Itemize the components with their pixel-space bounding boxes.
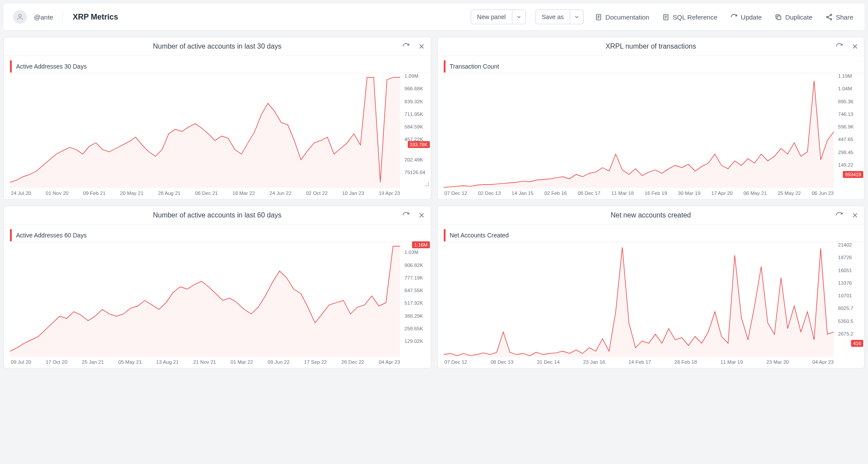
chart-panel: Net new accounts created Net Accounts Cr… bbox=[437, 206, 865, 369]
series-legend: Active Addresses 60 Days bbox=[10, 229, 431, 241]
resize-handle[interactable] bbox=[425, 182, 429, 186]
duplicate-label: Duplicate bbox=[785, 13, 812, 21]
close-icon bbox=[851, 211, 859, 219]
documentation-label: Documentation bbox=[605, 13, 649, 21]
close-icon bbox=[418, 43, 426, 50]
refresh-panel-button[interactable] bbox=[402, 211, 410, 219]
refresh-icon bbox=[835, 211, 843, 219]
sql-reference-label: SQL Reference bbox=[673, 13, 717, 21]
panel-title: Number of active accounts in last 30 day… bbox=[153, 43, 281, 50]
panel-header: Number of active accounts in last 60 day… bbox=[4, 206, 431, 225]
svg-rect-3 bbox=[777, 16, 781, 20]
current-value-badge: 416 bbox=[851, 340, 863, 347]
chart-area[interactable]: 1.09M966.68K839.32K711.95K584.59K457.22K… bbox=[4, 72, 431, 188]
share-icon bbox=[825, 13, 833, 21]
close-icon bbox=[851, 43, 859, 50]
divider bbox=[63, 11, 63, 23]
panel-title: Number of active accounts in last 60 day… bbox=[153, 211, 281, 219]
current-value-badge: 993419 bbox=[843, 171, 863, 178]
x-axis-ticks: 07 Dec 1202 Dec 1314 Jan 1502 Feb 1608 D… bbox=[438, 188, 865, 199]
new-panel-button[interactable]: New panel bbox=[471, 10, 512, 24]
refresh-icon bbox=[730, 13, 738, 21]
panels-grid: Number of active accounts in last 30 day… bbox=[0, 31, 868, 372]
update-label: Update bbox=[741, 13, 762, 21]
refresh-panel-button[interactable] bbox=[835, 43, 843, 50]
series-legend: Net Accounts Created bbox=[444, 229, 865, 241]
chart-area[interactable]: 1.19M1.04M895.36746.13596.9K447.65298.45… bbox=[438, 72, 865, 188]
header-actions: New panel Save as Documentation SQL Refe… bbox=[471, 10, 855, 24]
close-panel-button[interactable] bbox=[851, 211, 859, 219]
share-button[interactable]: Share bbox=[824, 11, 855, 23]
y-axis-ticks: 1.09M966.68K839.32K711.95K584.59K457.22K… bbox=[402, 72, 431, 176]
duplicate-icon bbox=[775, 13, 782, 21]
current-value-badge: 1.16M bbox=[412, 241, 430, 248]
y-axis-ticks: 21402187261605113376107018025.75350.5267… bbox=[835, 241, 864, 345]
refresh-panel-button[interactable] bbox=[402, 43, 410, 50]
panel-title: XRPL number of transactions bbox=[606, 43, 696, 50]
chevron-down-icon bbox=[517, 15, 521, 19]
chart-panel: Number of active accounts in last 30 day… bbox=[3, 37, 431, 200]
sql-reference-link[interactable]: SQL Reference bbox=[660, 11, 719, 23]
x-axis-ticks: 07 Dec 1208 Dec 1331 Dec 1423 Jan 1614 F… bbox=[438, 357, 865, 368]
documentation-link[interactable]: Documentation bbox=[593, 11, 651, 23]
update-button[interactable]: Update bbox=[729, 11, 763, 23]
x-axis-ticks: 24 Jul 2001 Nov 2009 Feb 2120 May 2128 A… bbox=[4, 188, 431, 199]
series-legend: Active Addresses 30 Days bbox=[10, 60, 431, 72]
y-axis-ticks: 1.19M1.04M895.36746.13596.9K447.65298.45… bbox=[835, 72, 864, 176]
document-icon bbox=[595, 13, 602, 21]
y-axis-ticks: 1.03M906.82K777.19K647.55K517.92K388.29K… bbox=[402, 241, 431, 345]
chart-panel: Number of active accounts in last 60 day… bbox=[3, 206, 431, 369]
refresh-icon bbox=[402, 43, 410, 50]
user-avatar[interactable] bbox=[13, 10, 27, 24]
page-title: XRP Metrics bbox=[73, 13, 118, 22]
refresh-panel-button[interactable] bbox=[835, 211, 843, 219]
close-panel-button[interactable] bbox=[418, 211, 426, 219]
close-panel-button[interactable] bbox=[851, 43, 859, 50]
chart-area[interactable]: 21402187261605113376107018025.75350.5267… bbox=[438, 241, 865, 357]
close-icon bbox=[418, 211, 426, 219]
panel-header: Number of active accounts in last 30 day… bbox=[4, 37, 431, 56]
save-as-button[interactable]: Save as bbox=[535, 10, 571, 24]
series-legend: Transaction Count bbox=[444, 60, 865, 72]
share-label: Share bbox=[836, 13, 853, 21]
svg-point-0 bbox=[19, 14, 21, 17]
current-value-badge: 333.78K bbox=[408, 141, 430, 148]
new-panel-dropdown[interactable] bbox=[512, 10, 526, 24]
chart-area[interactable]: 1.03M906.82K777.19K647.55K517.92K388.29K… bbox=[4, 241, 431, 357]
close-panel-button[interactable] bbox=[418, 43, 426, 50]
duplicate-button[interactable]: Duplicate bbox=[773, 11, 814, 23]
refresh-icon bbox=[835, 43, 843, 50]
panel-header: XRPL number of transactions bbox=[438, 37, 865, 56]
save-as-dropdown[interactable] bbox=[570, 10, 584, 24]
app-header: @ante XRP Metrics New panel Save as Docu… bbox=[3, 3, 865, 31]
panel-header: Net new accounts created bbox=[438, 206, 865, 225]
x-axis-ticks: 09 Jul 2017 Oct 2025 Jan 2105 May 2113 A… bbox=[4, 357, 431, 368]
document-icon bbox=[662, 13, 670, 21]
panel-title: Net new accounts created bbox=[611, 211, 691, 219]
username[interactable]: @ante bbox=[34, 13, 53, 21]
chevron-down-icon bbox=[574, 15, 579, 19]
refresh-icon bbox=[402, 211, 410, 219]
chart-panel: XRPL number of transactions Transaction … bbox=[437, 37, 865, 200]
